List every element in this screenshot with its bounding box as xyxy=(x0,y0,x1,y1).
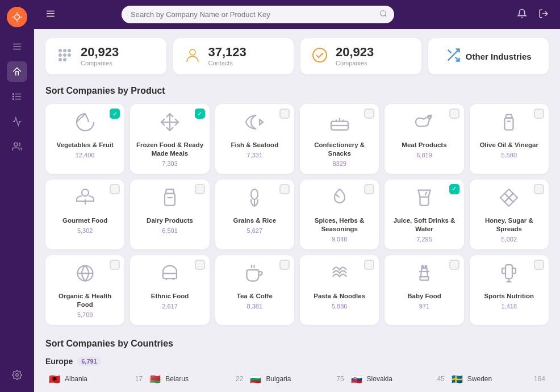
stat-info: 20,923 Companies xyxy=(336,46,374,66)
country-count: 75 xyxy=(336,375,344,383)
country-name: Bulgaria xyxy=(266,375,332,383)
product-checkbox-fish-seafood[interactable] xyxy=(279,109,290,119)
product-checkbox-tea[interactable] xyxy=(279,260,290,270)
sidebar-item-analytics[interactable] xyxy=(7,111,27,132)
country-count: 22 xyxy=(236,375,243,383)
product-checkbox-sports[interactable] xyxy=(534,260,544,270)
product-count-juice: 7,295 xyxy=(416,236,432,243)
product-card-dairy[interactable]: Dairy Products6,501 xyxy=(130,180,209,249)
svg-point-23 xyxy=(68,53,71,57)
product-checkbox-meat[interactable] xyxy=(449,109,459,119)
product-checkbox-olive-oil[interactable] xyxy=(534,109,544,119)
product-checkbox-ethnic[interactable] xyxy=(195,260,205,270)
sort-by-product-title: Sort Companies by Product xyxy=(45,86,549,96)
country-row[interactable]: 🇸🇪 Sweden 184 xyxy=(448,372,549,387)
product-grid: ✓Vegetables & Fruit12,406✓Frozen Food & … xyxy=(45,104,549,325)
stat-card-companies2[interactable]: 20,923 Companies xyxy=(300,38,421,74)
product-checkbox-baby[interactable] xyxy=(449,260,459,270)
country-row[interactable]: 🇧🇪 Belgium 187 xyxy=(146,390,246,392)
product-checkbox-confectionery[interactable] xyxy=(364,109,374,119)
sidebar-item-menu[interactable] xyxy=(7,36,27,57)
product-card-sports[interactable]: Sports Nutrition1,418 xyxy=(470,255,549,325)
sidebar-item-home[interactable] xyxy=(7,61,27,82)
country-row[interactable]: 🇸🇮 Slovenia 25 xyxy=(348,390,448,392)
product-card-grains[interactable]: Grains & Rice5,627 xyxy=(215,180,294,249)
product-card-tea[interactable]: Tea & Coffe8,381 xyxy=(215,255,294,325)
stat-card-other[interactable]: Other Industries xyxy=(428,38,549,74)
shuffle-icon xyxy=(445,47,461,65)
country-row[interactable]: 🇸🇰 Slovakia 45 xyxy=(348,372,448,387)
product-card-olive-oil[interactable]: Olive Oil & Vinegar5,580 xyxy=(470,104,549,174)
product-checkbox-gourmet[interactable] xyxy=(110,184,120,194)
product-name-dairy: Dairy Products xyxy=(147,216,193,225)
companies2-number: 20,923 xyxy=(336,46,374,59)
country-flag: 🇸🇰 xyxy=(351,374,362,385)
country-name: Sweden xyxy=(467,375,529,383)
product-count-ethnic: 2,617 xyxy=(162,303,178,310)
stat-card-contacts[interactable]: 37,123 Contacts xyxy=(173,38,294,74)
svg-point-24 xyxy=(58,58,62,61)
sidebar-item-settings[interactable] xyxy=(7,365,27,385)
country-row[interactable]: 🇧🇬 Bulgaria 75 xyxy=(246,372,347,387)
product-card-gourmet[interactable]: Gourmet Food5,302 xyxy=(45,180,124,249)
product-checkbox-juice[interactable]: ✓ xyxy=(449,184,459,194)
search-input[interactable] xyxy=(122,6,394,23)
product-icon-olive-oil xyxy=(499,112,519,136)
product-checkbox-pasta[interactable] xyxy=(364,260,374,270)
companies2-label: Companies xyxy=(336,60,374,66)
svg-point-26 xyxy=(190,49,195,55)
contacts-label: Contacts xyxy=(208,60,246,66)
product-card-juice[interactable]: ✓Juice, Soft Drinks & Water7,295 xyxy=(385,180,463,249)
country-flag: 🇧🇾 xyxy=(149,374,161,385)
product-card-baby[interactable]: Baby Food971 xyxy=(385,255,463,325)
product-card-spices[interactable]: Spices, Herbs & Seasonings9,048 xyxy=(300,180,379,249)
country-row[interactable]: 🇧🇾 Belarus 22 xyxy=(146,372,246,387)
companies-grid-icon xyxy=(56,46,74,66)
product-icon-grains xyxy=(244,187,265,212)
product-checkbox-dairy[interactable] xyxy=(195,184,205,194)
svg-point-49 xyxy=(425,265,427,267)
topbar xyxy=(34,0,560,29)
product-card-ethnic[interactable]: Ethnic Food2,617 xyxy=(130,255,209,325)
product-checkbox-frozen-food[interactable]: ✓ xyxy=(195,109,205,119)
country-row[interactable]: 🇷🇴 Romania 175 xyxy=(246,390,347,392)
stat-card-companies1[interactable]: 20,923 Companies xyxy=(45,38,166,74)
product-icon-juice xyxy=(414,187,434,212)
sidebar-item-list[interactable] xyxy=(7,86,27,107)
product-card-frozen-food[interactable]: ✓Frozen Food & Ready Made Meals7,303 xyxy=(130,104,209,174)
product-count-honey: 5,002 xyxy=(502,236,517,243)
product-count-meat: 6,819 xyxy=(416,152,432,159)
product-icon-fish-seafood xyxy=(244,112,265,136)
product-card-organic[interactable]: Organic & Health Food5,709 xyxy=(45,255,124,325)
sidebar-item-contacts[interactable] xyxy=(7,136,27,157)
country-name: Belarus xyxy=(165,375,231,383)
product-count-frozen-food: 7,303 xyxy=(162,160,178,167)
other-industries-label: Other Industries xyxy=(466,52,532,61)
product-card-confectionery[interactable]: Confectionery & Snacks8329 xyxy=(300,104,379,174)
product-count-fish-seafood: 7,331 xyxy=(247,152,263,159)
product-checkbox-veg-fruit[interactable]: ✓ xyxy=(110,109,120,119)
product-checkbox-grains[interactable] xyxy=(279,184,290,194)
country-row[interactable]: 🇨🇭 Switzerland 226 xyxy=(448,390,549,392)
product-card-honey[interactable]: Honey, Sugar & Spreads5,002 xyxy=(470,180,549,249)
product-card-meat[interactable]: Meat Products6,819 xyxy=(385,104,463,174)
product-name-gourmet: Gourmet Food xyxy=(62,216,107,225)
contacts-number: 37,123 xyxy=(208,46,246,59)
product-checkbox-spices[interactable] xyxy=(364,184,374,194)
logout-icon[interactable] xyxy=(536,6,551,23)
country-row[interactable]: 🇦🇱 Albania 17 xyxy=(45,372,146,387)
product-checkbox-organic[interactable] xyxy=(110,260,120,270)
product-card-fish-seafood[interactable]: Fish & Seafood7,331 xyxy=(215,104,294,174)
app-logo[interactable] xyxy=(7,7,27,27)
product-card-pasta[interactable]: Pasta & Noodles5,886 xyxy=(300,255,379,325)
product-card-veg-fruit[interactable]: ✓Vegetables & Fruit12,406 xyxy=(45,104,124,174)
country-flag: 🇦🇱 xyxy=(49,374,60,385)
menu-button[interactable] xyxy=(43,6,58,23)
country-row[interactable]: 🇦🇩 Andorra 7 xyxy=(45,390,146,392)
product-checkbox-honey[interactable] xyxy=(534,184,544,194)
svg-line-44 xyxy=(425,191,427,195)
notification-icon[interactable] xyxy=(515,6,529,23)
product-count-pasta: 5,886 xyxy=(332,303,348,310)
product-count-gourmet: 5,302 xyxy=(77,227,93,234)
product-name-sports: Sports Nutrition xyxy=(484,292,534,301)
